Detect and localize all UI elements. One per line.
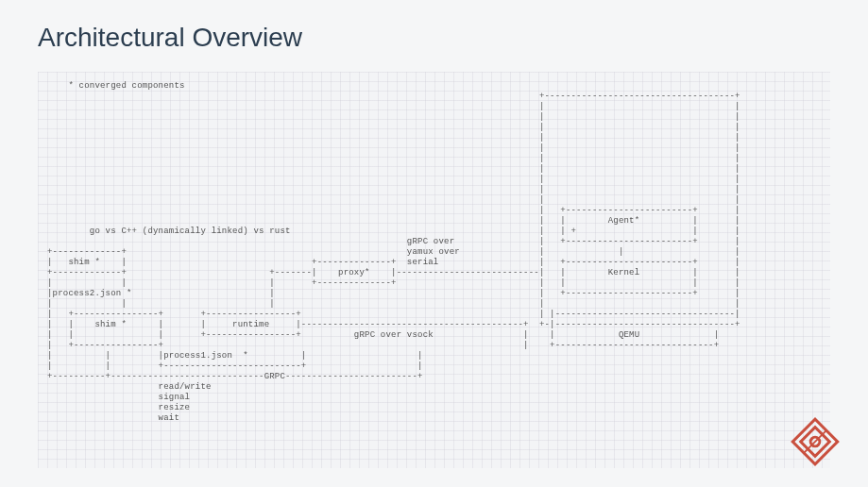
architecture-diagram: * converged components +----------------… — [38, 72, 830, 468]
brand-logo-icon — [787, 413, 843, 470]
ascii-diagram: * converged components +----------------… — [47, 81, 821, 424]
page-title: Architectural Overview — [38, 23, 830, 53]
